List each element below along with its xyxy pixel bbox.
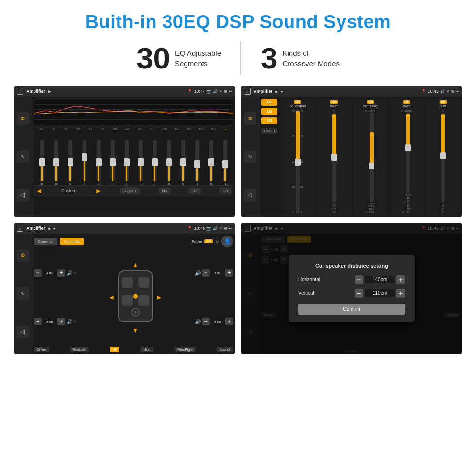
loudness-slider[interactable] — [296, 109, 300, 214]
pin-icon-3: 📍 — [187, 226, 192, 231]
eq-slider-6[interactable] — [125, 140, 129, 181]
eq-slider-13[interactable] — [223, 140, 227, 181]
all-btn[interactable]: All — [110, 347, 119, 352]
u2-preset[interactable]: U2 — [261, 108, 277, 115]
db-plus-br[interactable]: + — [225, 318, 233, 325]
time-2: 10:45 — [427, 89, 439, 94]
xo-tune-btn[interactable]: ⚙ — [244, 112, 256, 125]
arrow-right[interactable]: ► — [156, 293, 163, 301]
home-icon-1[interactable]: ⌂ — [17, 88, 23, 95]
xo-channels: ON LOUDNESS 644832160 — [280, 99, 460, 215]
common-btn[interactable]: Common — [34, 238, 57, 245]
eq-slider-3[interactable] — [83, 140, 86, 181]
copilot-btn[interactable]: Copilot — [217, 347, 233, 352]
u1-preset[interactable]: U1 — [261, 99, 277, 106]
eq-slider-2[interactable] — [68, 140, 72, 181]
rear-right-btn[interactable]: RearRight — [174, 347, 196, 352]
vertical-minus[interactable]: − — [355, 289, 363, 298]
db-plus-bl[interactable]: + — [57, 318, 65, 325]
back-icon-3[interactable]: ↩ — [229, 226, 232, 231]
prev-arrow[interactable]: ◄ — [36, 187, 43, 195]
wifi-icon-3: ⊟ — [224, 226, 227, 231]
db-minus-tl[interactable]: − — [34, 269, 42, 277]
driver-btn[interactable]: Driver — [34, 347, 49, 352]
vertical-plus[interactable]: + — [396, 289, 405, 298]
distance-dialog: Car speaker distance setting Horizontal … — [289, 255, 415, 322]
eq-slider-0[interactable] — [40, 140, 44, 181]
arrow-left[interactable]: ◄ — [108, 293, 115, 301]
speaker-br-icon: 🔊 — [195, 319, 201, 324]
u1-btn-1[interactable]: U1 — [159, 188, 170, 194]
bal-wave-btn[interactable]: ∿ — [17, 287, 29, 300]
home-icon-3[interactable]: ⌂ — [17, 225, 23, 232]
pin-icon-2: 📍 — [421, 89, 426, 94]
dialog-overlay: Car speaker distance setting Horizontal … — [241, 223, 462, 354]
eq-tune-btn[interactable]: ⚙ — [17, 112, 29, 125]
horizontal-minus[interactable]: − — [355, 275, 363, 284]
reset-btn-1[interactable]: RESET — [120, 188, 140, 194]
speaker-tl-icon: 🔊 — [67, 270, 72, 276]
xo-wave-btn[interactable]: ∿ — [244, 151, 256, 163]
eq-curve-svg — [34, 99, 233, 125]
u2-btn-1[interactable]: U2 — [189, 188, 201, 194]
eq-content: ⚙ ∿ ◁| — [14, 97, 235, 217]
horizontal-plus[interactable]: + — [396, 275, 405, 284]
vertical-label: Vertical — [298, 290, 327, 296]
xo-loudness: ON LOUDNESS 644832160 — [280, 99, 315, 215]
cutfreq-slider[interactable] — [370, 112, 374, 202]
speaker-tr-icon: 🔊 — [195, 270, 201, 276]
db-minus-br[interactable]: − — [202, 318, 210, 325]
status-bar-2: ⌂ Amplifier ■ ● 📍 10:45 🔊 ✕ ⊟ ↩ — [241, 86, 462, 97]
bal-tune-btn[interactable]: ⚙ — [17, 249, 29, 262]
eq-slider-8[interactable] — [153, 140, 157, 181]
status-bar-3: ⌂ Amplifier ■ ● 📍 10:46 📷 🔊 ✕ ⊟ ↩ — [14, 223, 235, 234]
bal-vol-btn[interactable]: ◁| — [17, 326, 29, 338]
eq-slider-11[interactable] — [195, 140, 199, 181]
eq-slider-12[interactable] — [209, 140, 213, 181]
screen-distance: ⌂ Amplifier ■ ● 📍 10:46 🔊 ✕ ⊟ ↩ — [241, 223, 462, 354]
vol-icon-3: 🔊 — [213, 226, 218, 231]
rear-left-btn[interactable]: RearLeft — [70, 347, 89, 352]
u3-btn-1[interactable]: U3 — [220, 188, 231, 194]
xo-vol-btn[interactable]: ◁| — [244, 189, 256, 202]
next-arrow[interactable]: ► — [95, 187, 102, 195]
u3-preset[interactable]: U3 — [261, 117, 277, 124]
arrow-up[interactable]: ▲ — [132, 261, 139, 269]
eq-graph — [34, 99, 233, 125]
screen-balance: ⌂ Amplifier ■ ● 📍 10:46 📷 🔊 ✕ ⊟ ↩ — [14, 223, 235, 354]
db-minus-bl[interactable]: − — [34, 318, 42, 325]
rec-icon-3: ■ — [48, 226, 51, 231]
arrow-down[interactable]: ▼ — [132, 326, 139, 334]
db-plus-tr[interactable]: + — [225, 269, 233, 277]
eq-bottom-bar: ◄ Custom ► RESET U1 U2 U3 — [34, 185, 233, 196]
fader-sliders-icon: ⊜ — [215, 239, 219, 244]
sub-slider[interactable] — [441, 112, 445, 199]
eq-slider-5[interactable] — [111, 140, 115, 181]
confirm-button[interactable]: Confirm — [298, 304, 405, 315]
eq-vol-btn[interactable]: ◁| — [17, 189, 29, 202]
person-icon-btn[interactable]: 👤 — [221, 236, 233, 247]
back-icon-2[interactable]: ↩ — [456, 89, 459, 94]
specialty-btn[interactable]: Specialty — [60, 238, 83, 245]
xo-phat: ON PHAT G — [317, 99, 352, 215]
eq-slider-4[interactable] — [97, 140, 101, 181]
home-icon-2[interactable]: ⌂ — [244, 88, 251, 95]
back-icon-1[interactable]: ↩ — [229, 89, 232, 94]
eq-slider-1[interactable] — [54, 140, 58, 181]
bal-bottom-bar: Driver RearLeft All User RearRight Copil… — [34, 345, 233, 352]
db-minus-tr[interactable]: − — [202, 269, 210, 277]
dot-icon-3: ● — [53, 226, 56, 231]
user-btn[interactable]: User — [140, 347, 153, 352]
car-diagram: ▲ ▼ ◄ ► — [79, 250, 192, 345]
vol-icon-2: 🔊 — [440, 89, 445, 94]
eq-slider-10[interactable] — [181, 140, 185, 181]
eq-slider-9[interactable] — [167, 140, 171, 181]
phat-slider[interactable] — [332, 112, 336, 202]
bass-slider[interactable] — [406, 112, 410, 193]
db-plus-tl[interactable]: + — [57, 269, 65, 277]
eq-slider-7[interactable] — [139, 140, 143, 181]
horizontal-row: Horizontal − 140cm + — [298, 275, 405, 284]
eq-sliders-row: 0 0 — [34, 132, 233, 185]
reset-btn-2[interactable]: RESET — [261, 128, 277, 134]
eq-wave-btn[interactable]: ∿ — [17, 151, 29, 163]
